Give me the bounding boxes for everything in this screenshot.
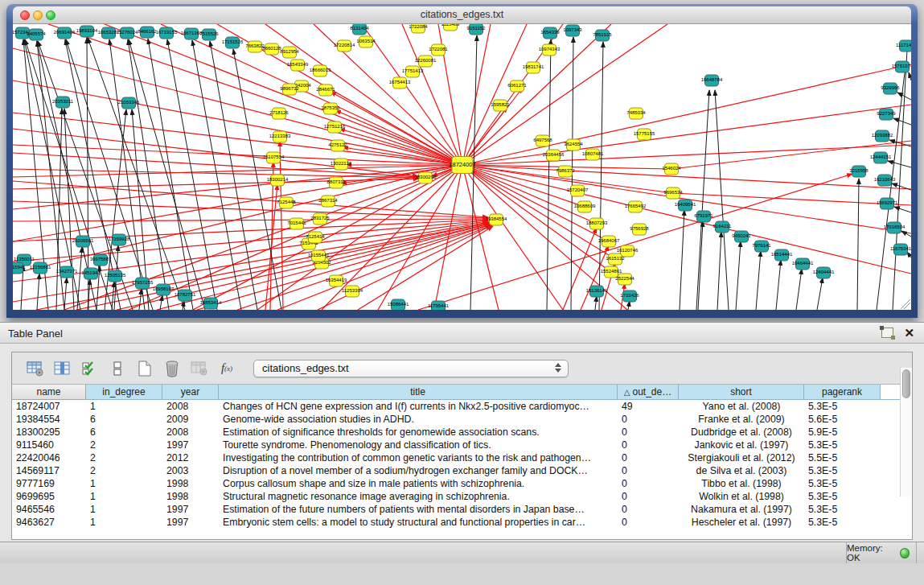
cell-name[interactable]: 9115460 (12, 439, 86, 451)
cell-title[interactable]: Embryonic stem cells: a model to study s… (219, 516, 618, 529)
cell-in_degree[interactable]: 2 (86, 439, 162, 451)
cell-short[interactable]: Wolkin et al. (1998) (679, 490, 804, 503)
cell-year[interactable]: 1997 (162, 503, 219, 516)
graph-edge[interactable] (13, 181, 488, 217)
new-column-icon[interactable] (133, 356, 157, 381)
close-panel-icon[interactable]: ✕ (904, 326, 914, 340)
cell-out_de[interactable]: 0 (618, 477, 679, 490)
column-header-name[interactable]: name (12, 385, 86, 400)
cell-year[interactable]: 2009 (162, 413, 219, 426)
cell-short[interactable]: Dudbridge et al. (2008) (679, 426, 804, 439)
column-header-pagerank[interactable]: pagerank (804, 385, 881, 400)
cell-in_degree[interactable]: 1 (86, 400, 162, 413)
cell-year[interactable]: 1998 (162, 490, 219, 503)
graph-edge[interactable] (680, 210, 684, 310)
cell-name[interactable]: 9699695 (12, 490, 86, 503)
cell-title[interactable]: Tourette syndrome. Phenomenology and cla… (219, 439, 618, 451)
graph-edge[interactable] (462, 165, 615, 259)
cell-title[interactable]: Corpus callosum shape and size in male p… (219, 477, 618, 490)
cell-in_degree[interactable]: 2 (86, 451, 162, 464)
cell-year[interactable]: 1998 (162, 477, 219, 490)
cell-pagerank[interactable]: 5.3E-5 (804, 503, 881, 516)
graph-edge[interactable] (462, 165, 911, 274)
graph-edge[interactable] (877, 72, 905, 310)
cell-out_de[interactable]: 0 (618, 503, 679, 516)
table-row[interactable]: 2242004622012Investigating the contribut… (12, 451, 912, 464)
graph-edge[interactable] (13, 80, 462, 165)
cell-in_degree[interactable]: 2 (86, 464, 162, 477)
graph-edge[interactable] (893, 118, 911, 125)
network-canvas[interactable]: 1572341494055742069140619893104106532871… (13, 24, 911, 310)
cell-year[interactable]: 1997 (162, 439, 219, 451)
delete-column-icon[interactable] (160, 356, 184, 381)
graph-edge[interactable] (909, 72, 911, 80)
cell-in_degree[interactable]: 6 (86, 426, 162, 439)
cell-title[interactable]: Changes of HCN gene expression and I(f) … (219, 400, 618, 413)
cell-name[interactable]: 9465546 (12, 503, 86, 516)
cell-name[interactable]: 9777169 (12, 477, 86, 490)
cell-pagerank[interactable]: 5.3E-5 (804, 400, 881, 413)
column-header-year[interactable]: year (162, 385, 219, 400)
cell-out_de[interactable]: 0 (618, 451, 679, 464)
cell-name[interactable]: 18724007 (12, 400, 86, 413)
scrollbar-thumb[interactable] (902, 369, 910, 398)
graph-edge[interactable] (904, 303, 910, 309)
cell-short[interactable]: Yano et al. (2008) (679, 400, 804, 413)
select-columns-icon[interactable] (78, 356, 102, 381)
graph-edge[interactable] (128, 39, 169, 310)
cell-title[interactable]: Investigating the contribution of common… (219, 451, 618, 464)
cell-pagerank[interactable]: 5.3E-5 (804, 439, 881, 451)
cell-in_degree[interactable]: 1 (86, 516, 162, 529)
table-row[interactable]: 946554611997Estimation of the future num… (12, 503, 912, 516)
graph-edge[interactable] (563, 228, 597, 310)
graph-edge[interactable] (715, 90, 729, 310)
graph-edge[interactable] (696, 90, 709, 310)
cell-in_degree[interactable]: 1 (86, 477, 162, 490)
cell-year[interactable]: 2012 (162, 451, 219, 464)
cell-short[interactable]: de Silva et al. (2003) (679, 464, 804, 477)
cell-pagerank[interactable]: 5.6E-5 (804, 413, 881, 426)
cell-pagerank[interactable]: 5.3E-5 (804, 490, 881, 503)
graph-edge[interactable] (673, 193, 911, 205)
table-row[interactable]: 1830029562008Estimation of significance … (12, 426, 912, 439)
cell-name[interactable]: 9463627 (12, 516, 86, 529)
row-options-icon[interactable] (105, 356, 129, 381)
cell-short[interactable]: Jankovic et al. (1997) (679, 439, 804, 451)
graph-edge[interactable] (37, 274, 39, 310)
cell-in_degree[interactable]: 1 (86, 490, 162, 503)
function-builder-icon[interactable]: f(x) (215, 356, 239, 381)
window-titlebar[interactable]: citations_edges.txt (13, 6, 911, 24)
cell-short[interactable]: Stergiakouli et al. (2012) (679, 451, 804, 464)
cell-name[interactable]: 19384554 (12, 413, 86, 426)
cell-title[interactable]: Structural magnetic resonance image aver… (219, 490, 618, 503)
graph-edge[interactable] (13, 201, 488, 218)
cell-year[interactable]: 2003 (162, 464, 219, 477)
cell-out_de[interactable]: 49 (618, 400, 679, 413)
graph-edge[interactable] (161, 24, 462, 165)
cell-pagerank[interactable]: 5.3E-5 (804, 477, 881, 490)
cell-title[interactable]: Estimation of significance thresholds fo… (219, 426, 618, 439)
show-columns-icon[interactable] (51, 356, 75, 381)
graph-edge[interactable] (595, 296, 597, 310)
table-row[interactable]: 946362711997Embryonic stem cells: a mode… (12, 516, 912, 529)
cell-in_degree[interactable]: 6 (86, 413, 162, 426)
cell-pagerank[interactable]: 5.3E-5 (804, 464, 881, 477)
network-selector-dropdown[interactable]: citations_edges.txt (253, 360, 569, 377)
cell-short[interactable]: Franke et al. (2009) (679, 413, 804, 426)
cell-pagerank[interactable]: 5.5E-5 (804, 451, 881, 464)
graph-edge[interactable] (77, 247, 82, 310)
graph-edge[interactable] (901, 231, 911, 237)
graph-edge[interactable] (160, 295, 162, 310)
cell-short[interactable]: Tibbo et al. (1998) (679, 477, 804, 490)
column-header-title[interactable]: title (219, 385, 618, 400)
graph-edge[interactable] (796, 269, 802, 310)
graph-edge[interactable] (462, 165, 911, 189)
column-header-short[interactable]: short (679, 385, 804, 400)
cell-name[interactable]: 14569117 (12, 464, 86, 477)
table-row[interactable]: 1872400712008Changes of HCN gene express… (12, 400, 912, 413)
cell-year[interactable]: 2008 (162, 400, 219, 413)
graph-edge[interactable] (418, 174, 852, 310)
cell-year[interactable]: 2008 (162, 426, 219, 439)
graph-edge[interactable] (64, 278, 67, 310)
cell-name[interactable]: 18300295 (12, 426, 86, 439)
